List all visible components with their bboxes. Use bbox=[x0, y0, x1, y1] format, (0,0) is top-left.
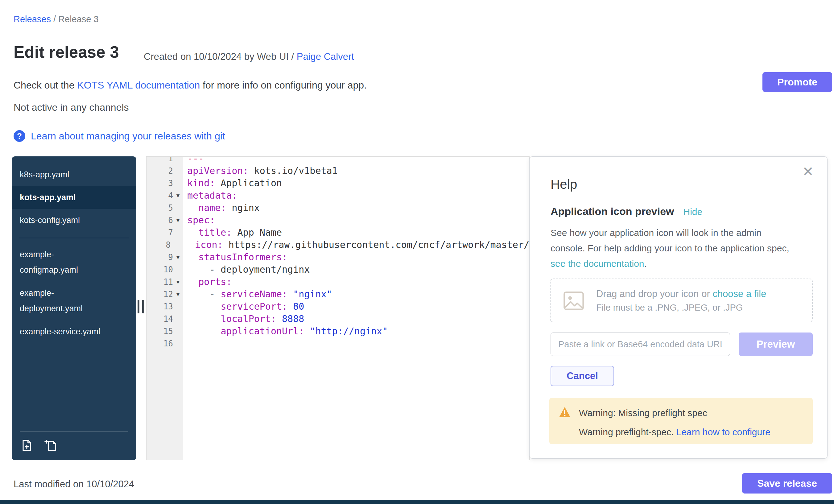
author-link[interactable]: Paige Calvert bbox=[297, 51, 354, 62]
code-text: apiVersion: kots.io/v1beta1 bbox=[183, 165, 338, 177]
code-editor[interactable]: 1---2apiVersion: kots.io/v1beta13kind: A… bbox=[146, 156, 530, 460]
kots-yaml-docs-link[interactable]: KOTS YAML documentation bbox=[77, 80, 200, 91]
close-icon[interactable]: ✕ bbox=[802, 165, 814, 178]
file-tree-primary: k8s-app.yamlkots-app.yamlkots-config.yam… bbox=[12, 156, 136, 232]
docs-suffix: for more info on configuring your app. bbox=[200, 80, 367, 91]
line-number[interactable]: 4 bbox=[147, 190, 173, 202]
icon-dropzone[interactable]: Drag and drop your icon or choose a file… bbox=[550, 279, 813, 322]
breadcrumb: Releases / Release 3 bbox=[14, 14, 99, 24]
save-release-button[interactable]: Save release bbox=[742, 473, 832, 494]
help-panel-title: Help bbox=[551, 177, 577, 192]
preflight-warning-box: Warning: Missing preflight spec Warning … bbox=[549, 398, 813, 444]
description-line-3: see the documentation. bbox=[551, 256, 813, 271]
last-modified-label: Last modified on 10/10/2024 bbox=[14, 479, 134, 490]
icon-preview-description: See how your application icon will look … bbox=[551, 225, 813, 271]
see-documentation-link[interactable]: see the documentation bbox=[551, 259, 644, 269]
fold-toggle-icon[interactable]: ▾ bbox=[173, 214, 183, 226]
code-text: title: App Name bbox=[183, 226, 282, 239]
help-panel: ✕ Help Application icon preview Hide See… bbox=[529, 156, 828, 459]
new-file-icon[interactable] bbox=[44, 439, 57, 452]
line-number[interactable]: 7 bbox=[147, 226, 173, 239]
channel-status: Not active in any channels bbox=[14, 102, 129, 113]
warning-title: Warning: Missing preflight spec bbox=[579, 408, 707, 418]
upload-file-icon[interactable] bbox=[20, 439, 33, 452]
editor-line: 5 name: nginx bbox=[147, 202, 529, 214]
code-text: name: nginx bbox=[183, 202, 260, 214]
fold-toggle-icon bbox=[173, 337, 183, 350]
fold-toggle-icon[interactable]: ▾ bbox=[173, 276, 183, 288]
choose-file-link[interactable]: choose a file bbox=[712, 288, 766, 299]
file-name: kots-app.yaml bbox=[20, 193, 76, 202]
file-name: example-deployment.yaml bbox=[20, 285, 106, 316]
line-number[interactable]: 3 bbox=[147, 177, 173, 190]
file-tree-item[interactable]: k8s-app.yaml bbox=[12, 163, 136, 186]
fold-toggle-icon bbox=[173, 202, 183, 214]
breadcrumb-releases-link[interactable]: Releases bbox=[14, 14, 51, 24]
editor-line: 10 - deployment/nginx bbox=[147, 263, 529, 276]
editor-line: 6▾spec: bbox=[147, 214, 529, 226]
learn-configure-link[interactable]: Learn how to configure bbox=[676, 427, 770, 437]
code-text: --- bbox=[183, 156, 204, 165]
hide-link[interactable]: Hide bbox=[683, 207, 703, 217]
fold-toggle-icon bbox=[173, 325, 183, 337]
editor-line: 1--- bbox=[147, 156, 529, 165]
file-tree-item[interactable]: kots-app.yaml bbox=[12, 186, 136, 209]
file-name: k8s-app.yaml bbox=[20, 170, 69, 179]
created-text: Created on 10/10/2024 by Web UI / bbox=[144, 51, 297, 62]
warning-detail: Warning preflight-spec. Learn how to con… bbox=[579, 427, 770, 437]
file-tree-item[interactable]: kots-config.yaml bbox=[12, 209, 136, 232]
file-tree-item[interactable]: example-service.yaml bbox=[12, 324, 136, 339]
line-number[interactable]: 15 bbox=[147, 325, 173, 337]
bottom-strip bbox=[0, 500, 834, 504]
fold-toggle-icon bbox=[171, 239, 179, 251]
question-circle-icon: ? bbox=[14, 130, 25, 142]
file-tree-item[interactable]: example-deployment.yaml bbox=[12, 285, 136, 316]
code-text: statusInformers: bbox=[183, 251, 287, 263]
editor-line: 11▾ ports: bbox=[147, 276, 529, 288]
description-line-3-suffix: . bbox=[644, 259, 647, 269]
line-number[interactable]: 5 bbox=[147, 202, 173, 214]
breadcrumb-current: Release 3 bbox=[58, 14, 99, 24]
line-number[interactable]: 16 bbox=[147, 337, 173, 350]
code-text bbox=[183, 337, 187, 350]
icon-preview-section-header: Application icon preview Hide bbox=[551, 205, 702, 217]
line-number[interactable]: 12 bbox=[147, 288, 173, 301]
line-number[interactable]: 1 bbox=[147, 156, 173, 165]
fold-toggle-icon[interactable]: ▾ bbox=[173, 190, 183, 202]
editor-line: 12▾ - serviceName: "nginx" bbox=[147, 288, 529, 301]
code-text: localPort: 8888 bbox=[183, 313, 304, 325]
line-number[interactable]: 14 bbox=[147, 313, 173, 325]
fold-toggle-icon bbox=[173, 313, 183, 325]
line-number[interactable]: 8 bbox=[147, 239, 171, 251]
editor-line: 9▾ statusInformers: bbox=[147, 251, 529, 263]
editor-line: 8 icon: https://raw.githubusercontent.co… bbox=[147, 239, 529, 251]
line-number[interactable]: 6 bbox=[147, 214, 173, 226]
editor-line: 13 servicePort: 80 bbox=[147, 301, 529, 313]
icon-url-input[interactable] bbox=[551, 332, 730, 356]
pane-resize-handle-left[interactable] bbox=[137, 300, 144, 313]
fold-toggle-icon bbox=[173, 226, 183, 239]
promote-button[interactable]: Promote bbox=[763, 72, 832, 92]
description-line-1: See how your application icon will look … bbox=[551, 225, 813, 241]
editor-line: 16 bbox=[147, 337, 529, 350]
git-help-row: ? Learn about managing your releases wit… bbox=[14, 130, 225, 142]
file-name: kots-config.yaml bbox=[20, 216, 80, 225]
fold-toggle-icon[interactable]: ▾ bbox=[173, 251, 183, 263]
file-tree-item[interactable]: example-configmap.yaml bbox=[12, 247, 136, 278]
editor-line: 15 applicationUrl: "http://nginx" bbox=[147, 325, 529, 337]
cancel-button[interactable]: Cancel bbox=[551, 366, 614, 386]
fold-toggle-icon bbox=[173, 263, 183, 276]
line-number[interactable]: 11 bbox=[147, 276, 173, 288]
breadcrumb-separator: / bbox=[53, 14, 56, 24]
line-number[interactable]: 13 bbox=[147, 301, 173, 313]
git-releases-link[interactable]: Learn about managing your releases with … bbox=[31, 130, 225, 142]
code-text: servicePort: 80 bbox=[183, 301, 304, 313]
line-number[interactable]: 9 bbox=[147, 251, 173, 263]
fold-toggle-icon[interactable]: ▾ bbox=[173, 288, 183, 301]
docs-line: Check out the KOTS YAML documentation fo… bbox=[14, 80, 367, 91]
preview-button[interactable]: Preview bbox=[739, 332, 813, 356]
line-number[interactable]: 2 bbox=[147, 165, 173, 177]
line-number[interactable]: 10 bbox=[147, 263, 173, 276]
fold-toggle-icon bbox=[173, 156, 183, 165]
icon-preview-title: Application icon preview bbox=[551, 205, 674, 217]
